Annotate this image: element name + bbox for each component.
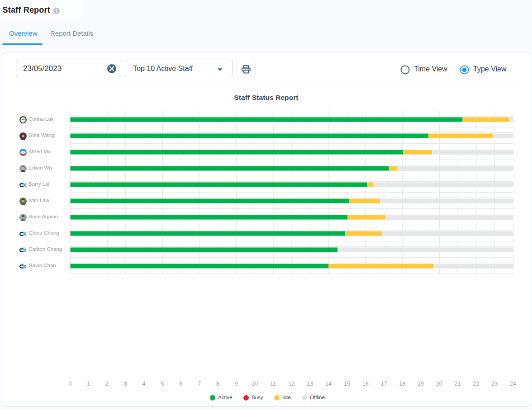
svg-text:cx: cx [22,151,24,154]
